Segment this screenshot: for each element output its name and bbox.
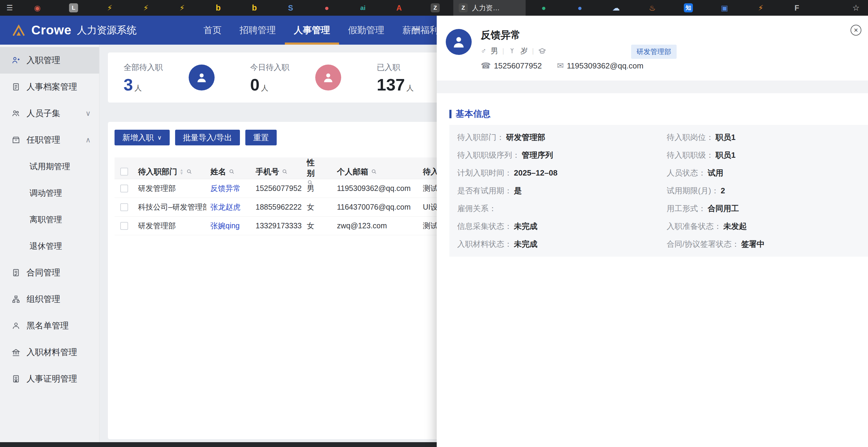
pinned-tab-4[interactable]: ⚡ bbox=[128, 0, 164, 16]
pinned-tab-20[interactable]: F bbox=[779, 0, 815, 16]
batch-import-export-button[interactable]: 批量导入/导出 bbox=[175, 130, 240, 145]
favicon: ☁ bbox=[613, 4, 620, 12]
nav-item-recruitment[interactable]: 招聘管理 bbox=[230, 16, 285, 44]
cell-gender: 女 bbox=[303, 202, 333, 212]
header-phone[interactable]: 手机号 bbox=[251, 167, 303, 177]
sidebar-item-contract[interactable]: 合同管理 bbox=[0, 259, 99, 286]
favicon: ⚡ bbox=[143, 4, 149, 12]
header-dept[interactable]: 待入职部门 ▲▼ bbox=[134, 167, 206, 177]
section-accent-bar bbox=[450, 110, 452, 118]
header-email[interactable]: 个人邮箱 bbox=[333, 167, 418, 177]
header-label: 姓名 bbox=[210, 167, 226, 177]
pinned-tab-9[interactable]: ● bbox=[309, 0, 345, 16]
info-field: 待入职岗位：职员1 bbox=[659, 128, 868, 146]
cell-phone: 13329173333 bbox=[251, 221, 303, 230]
favicon: ♨ bbox=[649, 4, 655, 12]
row-checkbox[interactable] bbox=[120, 185, 128, 192]
search-icon[interactable] bbox=[228, 168, 235, 175]
pinned-tab-11[interactable]: A bbox=[381, 0, 417, 16]
pinned-tab-16[interactable]: ♨ bbox=[634, 0, 670, 16]
employee-name: 反馈异常 bbox=[481, 28, 521, 42]
bookmark-star-button[interactable]: ☆ bbox=[844, 0, 868, 16]
star-icon: ☆ bbox=[852, 3, 860, 13]
today-person-icon bbox=[315, 64, 341, 90]
info-field: 入职准备状态：未发起 bbox=[659, 217, 868, 235]
stat-today-pending: 今日待入职 0人 bbox=[250, 62, 377, 93]
favicon: b bbox=[252, 3, 257, 13]
pinned-tab-15[interactable]: ☁ bbox=[598, 0, 634, 16]
pinned-tab-17[interactable]: 知 bbox=[670, 0, 707, 16]
cell-gender: 女 bbox=[303, 221, 333, 231]
favicon: ai bbox=[360, 4, 366, 11]
stat-label: 今日待入职 bbox=[250, 62, 310, 73]
search-icon[interactable] bbox=[281, 168, 288, 175]
active-tab-title: 人力资… bbox=[472, 3, 500, 13]
pinned-tab-14[interactable]: ● bbox=[562, 0, 598, 16]
pinned-tab-10[interactable]: ai bbox=[345, 0, 381, 16]
sidebar-item-resignation[interactable]: 离职管理 bbox=[0, 206, 99, 233]
sidebar-item-transfer[interactable]: 调动管理 bbox=[0, 180, 99, 206]
row-checkbox[interactable] bbox=[120, 203, 128, 211]
sidebar-item-blacklist[interactable]: 黑名单管理 bbox=[0, 312, 99, 339]
employee-name-link[interactable]: 张龙赵虎 bbox=[210, 203, 241, 211]
reset-button[interactable]: 重置 bbox=[245, 130, 277, 145]
header-label: 性别 bbox=[307, 157, 322, 179]
sidebar-item-organization[interactable]: 组织管理 bbox=[0, 286, 99, 312]
pinned-tab-5[interactable]: ⚡ bbox=[164, 0, 200, 16]
pinned-tab-18[interactable]: ▣ bbox=[707, 0, 743, 16]
close-icon: × bbox=[854, 27, 858, 34]
sidebar-item-onboarding[interactable]: 入职管理 bbox=[0, 47, 99, 73]
pinned-tab-7[interactable]: b bbox=[236, 0, 273, 16]
sidebar-item-onboarding-materials[interactable]: 入职材料管理 bbox=[0, 339, 99, 365]
cell-gender: 男 bbox=[303, 183, 333, 193]
tab-list-menu-button[interactable]: ☰ bbox=[0, 0, 19, 16]
close-button[interactable]: × bbox=[850, 25, 861, 36]
header-gender[interactable]: 性别 bbox=[303, 157, 333, 186]
sidebar-item-retirement[interactable]: 退休管理 bbox=[0, 233, 99, 259]
cell-email: 1164370076@qq.com bbox=[333, 203, 418, 211]
pinned-tab-19[interactable]: ⚡ bbox=[743, 0, 779, 16]
sidebar-item-hr-certificates[interactable]: 人事证明管理 bbox=[0, 365, 99, 392]
info-field: 待入职职级：职员1 bbox=[659, 146, 868, 164]
row-checkbox[interactable] bbox=[120, 222, 128, 230]
pinned-tab-6[interactable]: b bbox=[200, 0, 236, 16]
sidebar-item-probation[interactable]: 试用期管理 bbox=[0, 153, 99, 180]
pinned-tab-13[interactable]: ● bbox=[526, 0, 562, 16]
contact-row: ☎ 15256077952 ✉ 1195309362@qq.com bbox=[481, 61, 644, 70]
favicon: ● bbox=[324, 4, 329, 12]
header-label: 待入职部门 bbox=[138, 167, 177, 177]
active-browser-tab[interactable]: Z 人力资… bbox=[453, 0, 526, 16]
nav-item-attendance[interactable]: 假勤管理 bbox=[339, 16, 393, 44]
pinned-tab-8[interactable]: S bbox=[273, 0, 309, 16]
cell-dept: 研发管理部 bbox=[134, 221, 206, 231]
sidebar-item-personnel-subset[interactable]: 人员子集 ∨ bbox=[0, 100, 99, 127]
pinned-tab-2[interactable]: L bbox=[56, 0, 92, 16]
nav-item-home[interactable]: 首页 bbox=[194, 16, 230, 44]
employee-name-link[interactable]: 张婉qing bbox=[210, 221, 240, 230]
sort-icon[interactable]: ▲▼ bbox=[180, 168, 184, 175]
favicon: L bbox=[69, 3, 78, 12]
pinned-tab-12[interactable]: Z bbox=[417, 0, 453, 16]
select-all-checkbox[interactable] bbox=[120, 168, 128, 176]
search-icon[interactable] bbox=[371, 168, 377, 175]
header-name[interactable]: 姓名 bbox=[206, 167, 251, 177]
search-icon[interactable] bbox=[186, 168, 193, 175]
person-icon bbox=[11, 321, 21, 330]
chevron-up-icon: ∧ bbox=[85, 136, 91, 144]
nav-item-hr[interactable]: 人事管理 bbox=[285, 16, 339, 44]
pinned-tab-1[interactable]: ◉ bbox=[19, 0, 56, 16]
sidebar-item-position-management[interactable]: 任职管理 ∧ bbox=[0, 127, 99, 153]
cell-email: zwq@123.com bbox=[333, 221, 418, 230]
brand-name: Crowe bbox=[31, 23, 71, 37]
favicon: S bbox=[288, 4, 293, 12]
employee-name-link[interactable]: 反馈异常 bbox=[210, 184, 241, 192]
sidebar-item-label: 退休管理 bbox=[30, 241, 62, 251]
sidebar-item-personnel-files[interactable]: 人事档案管理 bbox=[0, 73, 99, 100]
add-onboarding-button[interactable]: 新增入职 ∨ bbox=[115, 130, 170, 145]
avatar bbox=[446, 29, 472, 55]
pinned-tab-3[interactable]: ⚡ bbox=[92, 0, 128, 16]
sidebar-item-label: 黑名单管理 bbox=[27, 320, 69, 331]
sidebar-item-label: 人事证明管理 bbox=[27, 373, 77, 385]
age-icon bbox=[508, 47, 516, 55]
sidebar-item-label: 任职管理 bbox=[27, 134, 60, 146]
